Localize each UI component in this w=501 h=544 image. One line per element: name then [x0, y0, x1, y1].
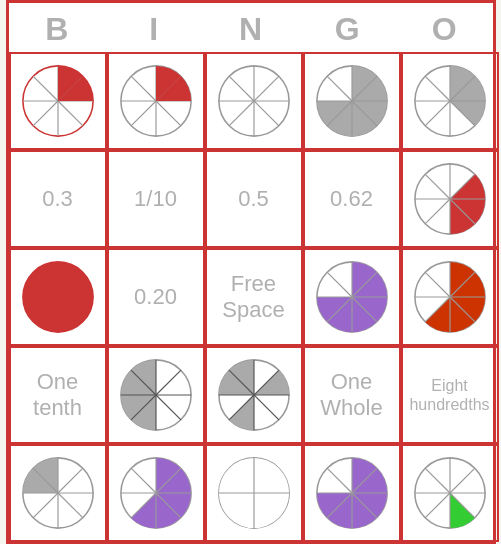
- cell-r3c4: [303, 248, 401, 346]
- cell-r5c4: [303, 444, 401, 542]
- cell-r2c3: 0.5: [205, 150, 303, 248]
- cell-r1c2: [107, 52, 205, 150]
- cell-r1c5: [401, 52, 499, 150]
- cell-r5c3: [205, 444, 303, 542]
- letter-g: G: [299, 3, 396, 52]
- letter-i: I: [105, 3, 202, 52]
- cell-r5c5: [401, 444, 499, 542]
- cell-r4c5: Eighthundredths: [401, 346, 499, 444]
- value-eight-hundredths: Eighthundredths: [409, 376, 489, 414]
- cell-r5c2: [107, 444, 205, 542]
- cell-r2c4: 0.62: [303, 150, 401, 248]
- value-0.3: 0.3: [42, 186, 73, 212]
- bingo-grid: 0.3 1/10 0.5 0.62: [9, 52, 493, 542]
- cell-r4c3: [205, 346, 303, 444]
- letter-b: B: [9, 3, 106, 52]
- svg-point-54: [22, 262, 92, 332]
- value-0.20: 0.20: [134, 284, 177, 310]
- cell-r2c5: [401, 150, 499, 248]
- value-0.62: 0.62: [330, 186, 373, 212]
- cell-r3c1: [9, 248, 107, 346]
- cell-r1c3: [205, 52, 303, 150]
- cell-r2c2: 1/10: [107, 150, 205, 248]
- bingo-card: B I N G O: [6, 0, 496, 544]
- cell-r3c2: 0.20: [107, 248, 205, 346]
- letter-n: N: [202, 3, 299, 52]
- cell-r3c5: [401, 248, 499, 346]
- value-1-10: 1/10: [134, 186, 177, 212]
- cell-r4c2: [107, 346, 205, 444]
- cell-r1c4: [303, 52, 401, 150]
- letter-o: O: [396, 3, 493, 52]
- cell-r1c1: [9, 52, 107, 150]
- cell-r3c3-freespace: FreeSpace: [205, 248, 303, 346]
- cell-r4c1: Onetenth: [9, 346, 107, 444]
- bingo-header: B I N G O: [9, 3, 493, 52]
- cell-r2c1: 0.3: [9, 150, 107, 248]
- free-space-label: FreeSpace: [222, 271, 284, 324]
- value-one-tenth: Onetenth: [33, 369, 82, 422]
- cell-r4c4: OneWhole: [303, 346, 401, 444]
- cell-r5c1: [9, 444, 107, 542]
- value-one-whole: OneWhole: [320, 369, 382, 422]
- value-0.5: 0.5: [238, 186, 269, 212]
